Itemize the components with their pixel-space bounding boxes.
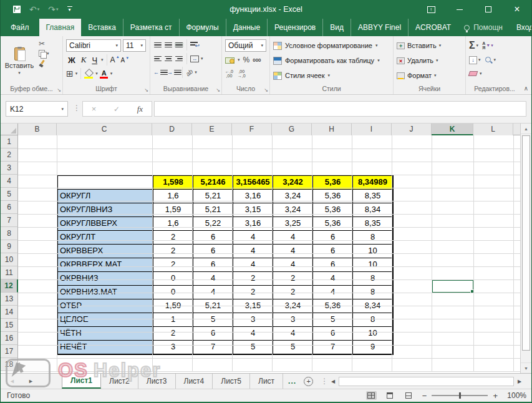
value-cell[interactable]: 5	[273, 341, 312, 354]
sheet-nav-right-icon[interactable]: ►	[28, 374, 34, 389]
sheet-nav-left-icon[interactable]: ◄	[9, 374, 15, 389]
function-name-cell[interactable]: ОКРВВЕРХ	[58, 245, 153, 258]
sheet-tab-Лист3[interactable]: Лист3	[138, 374, 176, 389]
value-cell[interactable]: 5	[233, 341, 273, 354]
orientation-button[interactable]: ab	[185, 67, 195, 77]
redo-button[interactable]: ↷▾	[48, 5, 58, 14]
function-name-cell[interactable]: ЦЕЛОЕ	[58, 313, 153, 326]
column-header-K[interactable]: K	[432, 124, 473, 135]
format-as-table-button[interactable]: Форматировать как таблицу ▾	[273, 53, 390, 68]
font-size-select[interactable]: 11▾	[123, 39, 146, 52]
insert-cells-button[interactable]: Вставить ▾	[397, 38, 462, 53]
vertical-scroll-thumb[interactable]	[522, 135, 530, 351]
font-name-select[interactable]: Calibri▾	[66, 39, 121, 52]
tab-insert[interactable]: Вставка	[81, 19, 123, 36]
row-header-9[interactable]: 9	[1, 240, 18, 253]
value-cell[interactable]: 4	[233, 231, 273, 244]
function-name-cell[interactable]: НЕЧЁТ	[58, 341, 153, 354]
cell-styles-button[interactable]: Стили ячеек ▾	[273, 68, 390, 83]
value-cell[interactable]: 6	[193, 245, 233, 258]
new-sheet-button[interactable]: +	[304, 374, 313, 389]
zoom-level[interactable]: 100%	[503, 391, 526, 400]
tab-page-layout[interactable]: Разметка ст	[123, 19, 179, 36]
table-header-cell[interactable]: 3,242	[273, 176, 312, 189]
value-cell[interactable]: 2	[233, 272, 273, 285]
fill-color-button[interactable]	[84, 69, 94, 79]
italic-button[interactable]: К	[79, 55, 89, 65]
row-header-3[interactable]: 3	[1, 162, 18, 175]
value-cell[interactable]: 4	[233, 245, 273, 258]
cell-selection[interactable]	[432, 279, 474, 293]
value-cell[interactable]: 8	[353, 313, 392, 326]
value-cell[interactable]: 7	[313, 341, 352, 354]
tab-review[interactable]: Рецензиров	[267, 19, 322, 36]
value-cell[interactable]: 8	[353, 231, 392, 244]
zoom-out-button[interactable]: −	[422, 391, 427, 401]
value-cell[interactable]: 4	[273, 245, 312, 258]
row-header-16[interactable]: 16	[1, 332, 18, 345]
align-bottom-button[interactable]	[175, 42, 183, 48]
value-cell[interactable]: 5	[193, 313, 233, 326]
value-cell[interactable]: 6	[313, 231, 352, 244]
autosum-button[interactable]: Σ▾	[469, 41, 478, 51]
column-header-E[interactable]: E	[192, 124, 232, 135]
function-name-cell[interactable]: ОКРУГЛВВЕРХ	[58, 217, 153, 230]
value-cell[interactable]: 4	[233, 258, 273, 271]
function-name-cell[interactable]: ЧЁТН	[58, 327, 153, 340]
sign-in-button[interactable]: Вход	[509, 19, 532, 36]
value-cell[interactable]: 1	[153, 313, 193, 326]
zoom-slider-thumb[interactable]	[459, 392, 461, 399]
value-cell[interactable]: 10	[353, 245, 392, 258]
row-header-11[interactable]: 11	[1, 266, 18, 279]
comma-style-button[interactable]: 000	[253, 57, 261, 63]
sort-filter-button[interactable]: АЯ▼▾	[482, 41, 493, 50]
align-right-button[interactable]	[175, 56, 183, 62]
value-cell[interactable]: 6	[313, 245, 352, 258]
tell-me-assistant[interactable]: Помощн	[458, 19, 509, 36]
align-middle-button[interactable]	[164, 42, 173, 48]
tab-formulas[interactable]: Формулы	[179, 19, 226, 36]
row-header-2[interactable]: 2	[1, 148, 18, 162]
value-cell[interactable]: 1,6	[153, 217, 193, 230]
copy-button[interactable]: ▾	[39, 50, 49, 57]
more-sheets-button[interactable]: ...	[283, 374, 301, 389]
column-header-I[interactable]: I	[352, 124, 392, 135]
table-header-cell[interactable]: 3,156465	[233, 176, 273, 189]
value-cell[interactable]: 4	[273, 258, 312, 271]
customize-qat-button[interactable]: ▾	[67, 6, 72, 12]
value-cell[interactable]: 3,16	[233, 217, 273, 230]
value-cell[interactable]: 3,25	[273, 217, 312, 230]
value-cell[interactable]: 4	[233, 327, 273, 340]
increase-indent-button[interactable]: →	[167, 69, 179, 75]
value-cell[interactable]: 9	[353, 341, 392, 354]
zoom-slider[interactable]	[432, 395, 488, 396]
row-header-1[interactable]: 1	[1, 135, 18, 148]
row-header-18[interactable]: 18	[1, 358, 18, 371]
fill-button[interactable]: ↓▾	[469, 56, 481, 64]
align-top-button[interactable]	[153, 42, 162, 48]
increase-decimal-button[interactable]: ←,0,00	[225, 69, 233, 78]
sheet-grid[interactable]: 1,5985,21463,1564653,2425,368,34989ОКРУГ…	[1, 124, 531, 373]
table-empty-header-cell[interactable]	[58, 176, 153, 189]
table-header-cell[interactable]: 5,36	[313, 176, 352, 189]
row-header-6[interactable]: 6	[1, 201, 18, 214]
value-cell[interactable]: 2	[273, 272, 312, 285]
decrease-indent-button[interactable]: ←	[153, 69, 165, 75]
column-header-G[interactable]: G	[272, 124, 312, 135]
formula-bar-handle[interactable]: ⋮	[73, 104, 80, 112]
column-header-B[interactable]: B	[18, 124, 57, 135]
find-select-button[interactable]: ▾	[485, 56, 496, 64]
value-cell[interactable]: 0	[153, 272, 193, 285]
format-cells-button[interactable]: Формат ▾	[397, 68, 462, 83]
align-left-button[interactable]	[153, 56, 162, 62]
scroll-up-icon[interactable]: ▲	[521, 124, 531, 134]
tab-abbyy[interactable]: ABBYY Finel	[351, 19, 408, 36]
column-header-D[interactable]: D	[152, 124, 192, 135]
value-cell[interactable]: 5,36	[313, 217, 352, 230]
percent-style-button[interactable]: %	[243, 56, 250, 64]
column-header-H[interactable]: H	[312, 124, 352, 135]
row-header-12[interactable]: 12	[1, 279, 18, 293]
row-header-10[interactable]: 10	[1, 253, 18, 266]
function-name-cell[interactable]: ОКРУГЛТ	[58, 231, 153, 244]
sheet-tab-Лист5[interactable]: Лист5	[213, 374, 250, 389]
